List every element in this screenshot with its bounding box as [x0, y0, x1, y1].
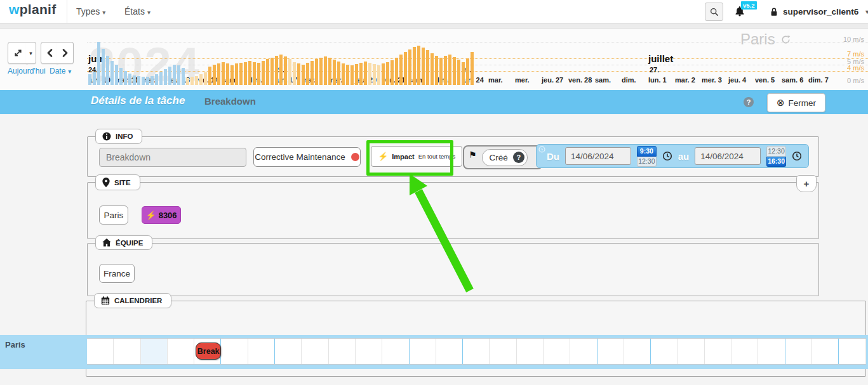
top-nav: wplanif Types▾ États▾ v5.2 supervisor_cl… — [0, 0, 868, 23]
calendar-cell[interactable] — [812, 339, 839, 364]
help-icon[interactable]: ? — [744, 97, 754, 107]
expand-diagonal-icon — [13, 48, 23, 58]
day-tick-label: mar. 2 — [675, 76, 695, 84]
close-button[interactable]: ⊗ Fermer — [767, 93, 825, 112]
team-button-france[interactable]: France — [99, 264, 135, 283]
day-tick-label: ven. 5 — [755, 76, 775, 84]
home-icon — [102, 238, 111, 247]
clock-icon[interactable] — [662, 151, 672, 161]
zoom-options-caret[interactable]: ▾ — [26, 42, 36, 64]
calendar-cell[interactable] — [248, 339, 275, 364]
calendar-cell[interactable] — [222, 339, 248, 364]
wplanif-app: wplanif Types▾ États▾ v5.2 supervisor_cl… — [0, 0, 868, 385]
site-button-paris[interactable]: Paris — [99, 206, 128, 225]
task-name-input[interactable] — [99, 148, 246, 167]
status-group: ⚑ Créé ? — [463, 145, 543, 169]
previous-period-button[interactable] — [41, 42, 58, 64]
search-button[interactable] — [705, 3, 723, 21]
menu-etats[interactable]: États▾ — [124, 0, 150, 23]
time-option[interactable]: 16:30 — [766, 157, 786, 167]
wind-bar — [128, 74, 131, 85]
calendar-cell[interactable] — [678, 339, 705, 364]
asset-button[interactable]: ⚡ 8306 — [142, 206, 181, 224]
calendar-cell[interactable] — [87, 339, 114, 364]
wind-bar — [315, 59, 318, 85]
task-header-title: Détails de la tâche — [91, 95, 185, 107]
wind-bar — [217, 63, 220, 85]
calendar-cell[interactable] — [114, 339, 140, 364]
time-option[interactable]: 12:30 — [637, 157, 657, 167]
task-event-chip[interactable]: Break — [196, 343, 221, 360]
wind-bar — [364, 62, 367, 85]
status-button[interactable]: Créé ? — [482, 149, 528, 166]
calendar-cell[interactable] — [731, 339, 758, 364]
calendar-cell[interactable] — [651, 339, 678, 364]
impact-button[interactable]: ⚡ Impact En tout temps — [371, 146, 462, 167]
calendar-cell[interactable] — [705, 339, 731, 364]
calendar-cell[interactable] — [490, 339, 517, 364]
axis-tick-label: 0 m/s — [847, 77, 864, 84]
app-logo[interactable]: wplanif — [9, 2, 56, 17]
lightning-icon: ⚡ — [378, 152, 388, 161]
search-icon — [710, 8, 719, 16]
next-period-button[interactable] — [57, 42, 74, 64]
day-tick-label: mar. — [488, 76, 503, 84]
calendar-cell[interactable] — [356, 339, 382, 364]
add-site-button[interactable]: + — [796, 175, 817, 192]
wind-bar — [368, 63, 371, 85]
today-link[interactable]: Aujourd'hui — [8, 67, 46, 75]
clock-icon[interactable] — [792, 151, 802, 161]
calendar-cell[interactable] — [410, 339, 436, 364]
day-tick-label: jeu. 4 — [728, 76, 746, 84]
close-circle-icon: ⊗ — [777, 97, 785, 108]
date-range-group: Du 9:3012:30 au 12:3016:30 — [536, 144, 809, 168]
menu-types[interactable]: Types▾ — [76, 0, 105, 23]
calendar-cell[interactable] — [382, 339, 409, 364]
wind-bar — [288, 59, 291, 85]
date-to-input[interactable] — [695, 147, 761, 165]
wind-bar — [199, 74, 203, 85]
to-label: au — [678, 151, 690, 162]
time-option[interactable]: 9:30 — [637, 146, 657, 157]
time-to-selector[interactable]: 12:3016:30 — [766, 146, 786, 167]
wind-bar — [359, 63, 363, 85]
wind-bar — [150, 76, 154, 85]
wind-bar — [97, 42, 100, 85]
calendar-cell[interactable] — [436, 339, 463, 364]
wind-bar — [186, 78, 189, 85]
wind-bar — [297, 63, 300, 85]
calendar-cell[interactable] — [839, 339, 865, 364]
calendar-cell[interactable] — [329, 339, 356, 364]
time-from-selector[interactable]: 9:3012:30 — [637, 146, 657, 167]
day-tick-label: jeu. 27 — [542, 76, 563, 84]
wind-bar — [230, 65, 234, 86]
user-menu[interactable]: supervisor_client6 ▾ — [770, 0, 868, 23]
wind-bar — [293, 62, 296, 85]
calendar-cell[interactable] — [759, 339, 785, 364]
calendar-cell[interactable] — [598, 339, 624, 364]
day-tick-label: lun. 1 — [648, 76, 667, 84]
date-from-input[interactable] — [565, 147, 631, 165]
wind-bar — [413, 47, 416, 85]
wind-bar — [302, 65, 305, 85]
calendar-cell[interactable] — [168, 339, 194, 364]
calendar-cell[interactable] — [275, 339, 302, 364]
lightning-icon: ⚡ — [145, 211, 156, 220]
calendar-cell[interactable] — [570, 339, 597, 364]
date-link[interactable]: Date▾ — [50, 67, 71, 75]
task-type-button[interactable]: Corrective Maintenance — [253, 147, 361, 167]
calendar-cell[interactable] — [785, 339, 812, 364]
calendar-cell[interactable] — [302, 339, 328, 364]
wind-bar — [173, 65, 176, 85]
calendar-cell[interactable] — [141, 339, 168, 364]
calendar-row-label: Paris — [5, 340, 25, 349]
wind-bar — [226, 63, 229, 85]
refresh-icon[interactable] — [781, 35, 791, 44]
calendar-cell[interactable] — [544, 339, 570, 364]
calendar-cell[interactable] — [517, 339, 544, 364]
calendar-cell[interactable] — [624, 339, 651, 364]
time-option[interactable]: 12:30 — [766, 146, 786, 157]
calendar-cell[interactable] — [463, 339, 490, 364]
zoom-range-button[interactable] — [8, 42, 28, 64]
map-pin-icon — [102, 178, 110, 187]
